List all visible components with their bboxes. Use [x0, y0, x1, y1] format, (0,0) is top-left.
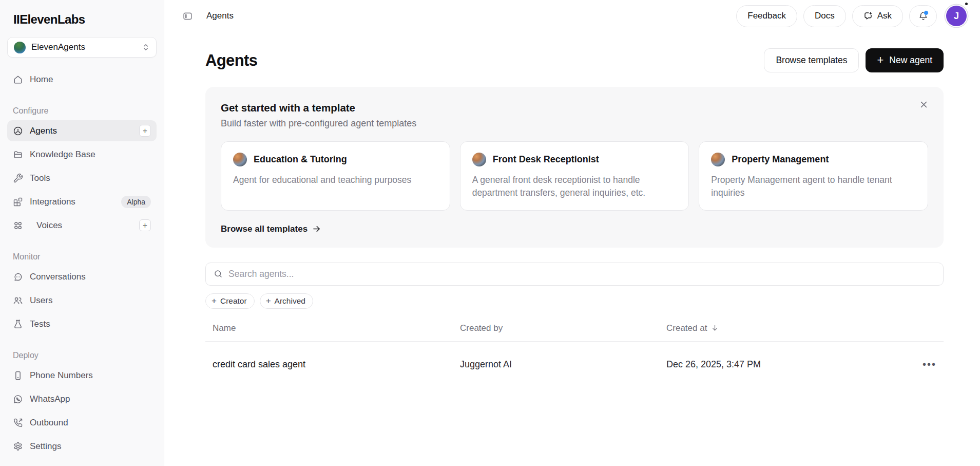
- template-title: Front Desk Receptionist: [493, 154, 599, 165]
- banner-subtitle: Build faster with pre-configured agent t…: [221, 118, 928, 129]
- browse-all-label: Browse all templates: [221, 224, 308, 234]
- sidebar-item-label: WhatsApp: [30, 394, 70, 404]
- home-icon: [13, 74, 23, 85]
- filter-chips: + Creator + Archived: [205, 293, 944, 309]
- workspace-name: ElevenAgents: [31, 42, 85, 52]
- arrow-right-icon: [312, 225, 321, 233]
- elevenlabs-logo: IIElevenLabs: [7, 0, 157, 37]
- feedback-button[interactable]: Feedback: [736, 5, 797, 27]
- add-agent-button[interactable]: +: [139, 125, 151, 137]
- sidebar-item-knowledge-base[interactable]: Knowledge Base: [7, 144, 157, 165]
- column-created-at[interactable]: Created at: [666, 323, 900, 333]
- column-name[interactable]: Name: [213, 323, 460, 333]
- filter-archived-chip[interactable]: + Archived: [260, 293, 313, 309]
- row-menu-button[interactable]: •••: [900, 359, 936, 370]
- sidebar-item-tools[interactable]: Tools: [7, 167, 157, 189]
- smartphone-icon: [13, 370, 23, 381]
- whatsapp-icon: [13, 394, 23, 404]
- sidebar-item-label: Home: [30, 74, 53, 85]
- template-card-property-management[interactable]: Property Management Property Management …: [699, 141, 928, 211]
- search-icon: [214, 269, 223, 278]
- chat-plus-icon: [863, 11, 873, 21]
- template-card-front-desk-receptionist[interactable]: Front Desk Receptionist A general front …: [460, 141, 689, 211]
- notification-dot: [924, 10, 929, 15]
- table-header: Name Created by Created at: [205, 323, 944, 342]
- folder-icon: [13, 150, 23, 160]
- sidebar: IIElevenLabs ElevenAgents Home Configure…: [0, 0, 164, 466]
- agent-name-cell: credit card sales agent: [213, 359, 460, 370]
- sidebar-item-label: Agents: [30, 126, 57, 136]
- template-avatar: [472, 153, 486, 166]
- banner-title: Get started with a template: [221, 102, 928, 114]
- sidebar-item-label: Tests: [30, 319, 50, 329]
- created-at-cell: Dec 26, 2025, 3:47 PM: [666, 359, 900, 370]
- page-content: Agents Browse templates + New agent Get …: [164, 32, 980, 466]
- workspace-selector[interactable]: ElevenAgents: [7, 37, 157, 58]
- sidebar-nav: Home Configure Agents + Knowledge Base T…: [7, 58, 157, 457]
- users-icon: [13, 295, 23, 306]
- sidebar-item-whatsapp[interactable]: WhatsApp: [7, 388, 157, 409]
- wrench-icon: [13, 173, 23, 183]
- sidebar-item-label: Settings: [30, 441, 61, 452]
- sidebar-item-settings[interactable]: Settings: [7, 436, 157, 457]
- gear-icon: [13, 441, 23, 452]
- sidebar-item-integrations[interactable]: Integrations Alpha: [7, 191, 157, 212]
- topbar: Agents Feedback Docs Ask J: [164, 0, 980, 32]
- phone-outgoing-icon: [13, 418, 23, 428]
- close-icon[interactable]: [917, 98, 930, 111]
- created-by-cell: Juggernot AI: [460, 359, 666, 370]
- agents-table: Name Created by Created at credit card s…: [205, 323, 944, 387]
- sidebar-item-phone-numbers[interactable]: Phone Numbers: [7, 365, 157, 386]
- filter-label: Creator: [220, 296, 247, 306]
- docs-button[interactable]: Docs: [803, 5, 846, 27]
- table-row[interactable]: credit card sales agent Juggernot AI Dec…: [205, 342, 944, 387]
- sidebar-toggle-button[interactable]: [179, 7, 196, 25]
- new-agent-button[interactable]: + New agent: [866, 48, 944, 72]
- template-banner: Get started with a template Build faster…: [205, 87, 944, 248]
- ask-button[interactable]: Ask: [852, 5, 903, 27]
- sidebar-item-label: Conversations: [30, 272, 86, 282]
- add-voice-button[interactable]: +: [139, 219, 151, 231]
- chat-bubble-icon: [13, 272, 23, 282]
- section-configure: Configure: [7, 106, 157, 116]
- sidebar-item-tests[interactable]: Tests: [7, 313, 157, 334]
- section-monitor: Monitor: [7, 252, 157, 262]
- main-area: Agents Feedback Docs Ask J Agents: [164, 0, 980, 466]
- new-agent-label: New agent: [889, 55, 932, 66]
- filter-creator-chip[interactable]: + Creator: [205, 293, 255, 309]
- page-header: Agents Browse templates + New agent: [205, 48, 944, 72]
- sidebar-item-conversations[interactable]: Conversations: [7, 266, 157, 287]
- sidebar-item-agents[interactable]: Agents +: [7, 120, 157, 141]
- sidebar-item-label-voices: Voices: [36, 220, 62, 231]
- sidebar-item-home[interactable]: Home: [7, 69, 157, 90]
- sort-desc-icon: [711, 324, 719, 332]
- flask-icon: [13, 319, 23, 329]
- ask-label: Ask: [877, 11, 892, 21]
- sidebar-item-label: Knowledge Base: [30, 150, 95, 160]
- user-avatar[interactable]: J: [946, 6, 967, 26]
- plus-icon: +: [266, 296, 271, 305]
- plus-icon: +: [877, 54, 883, 66]
- browse-templates-button[interactable]: Browse templates: [764, 48, 859, 72]
- browse-all-templates-link[interactable]: Browse all templates: [221, 224, 321, 234]
- sidebar-item-outbound[interactable]: Outbound: [7, 412, 157, 433]
- sidebar-item-users[interactable]: Users: [7, 290, 157, 311]
- column-created-by[interactable]: Created by: [460, 323, 666, 333]
- page-header-actions: Browse templates + New agent: [764, 48, 944, 72]
- template-cards: Education & Tutoring Agent for education…: [221, 141, 928, 211]
- alpha-badge: Alpha: [121, 196, 151, 208]
- section-deploy: Deploy: [7, 351, 157, 360]
- blocks-icon: [13, 197, 23, 207]
- template-card-education-tutoring[interactable]: Education & Tutoring Agent for education…: [221, 141, 450, 211]
- template-avatar: [233, 153, 247, 166]
- voices-icon: [13, 220, 23, 231]
- notifications-button[interactable]: [909, 5, 937, 27]
- sidebar-item-label: Integrations: [30, 197, 75, 207]
- template-description: A general front desk receptionist to han…: [472, 174, 677, 199]
- search-input[interactable]: [228, 269, 935, 279]
- breadcrumb: Agents: [206, 11, 234, 21]
- sidebar-item-voices[interactable]: Voices +: [7, 215, 157, 236]
- template-avatar: [711, 153, 725, 166]
- workspace-avatar: [14, 42, 26, 53]
- search-bar: [205, 263, 944, 286]
